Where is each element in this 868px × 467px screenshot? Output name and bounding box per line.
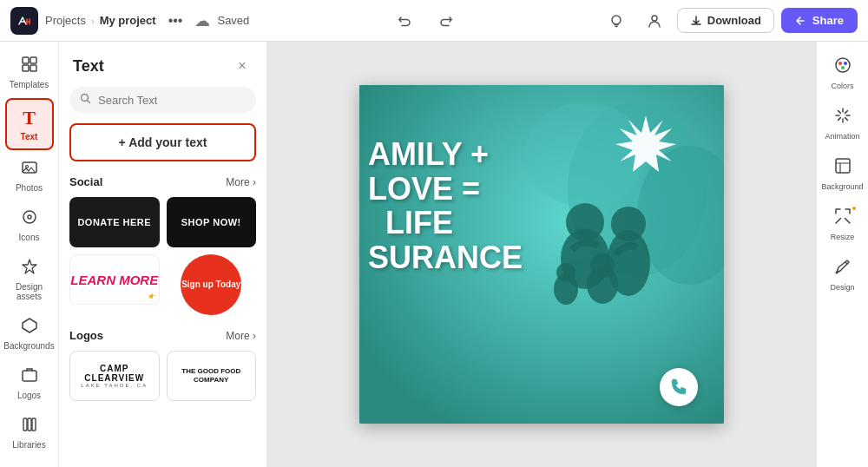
cloud-icon: ☁	[194, 11, 210, 30]
sidebar-label-logos: Logos	[17, 391, 41, 400]
download-button[interactable]: Download	[677, 8, 774, 33]
breadcrumb-separator: ›	[91, 16, 95, 26]
sidebar-item-icons[interactable]: Icons	[5, 201, 54, 249]
colors-label: Colors	[831, 82, 853, 90]
logos-cards-grid: CAMP CLEARVIEW LAKE TAHOE, CA THE GOOD F…	[69, 351, 256, 401]
right-sidebar: Colors Animation Background Resize De	[816, 42, 868, 467]
canvas-text-line4: SURANCE	[368, 240, 523, 275]
photos-icon	[21, 159, 38, 181]
social-section: Social More › DONATE HERE SHOP NOW! LEAR…	[59, 175, 266, 329]
search-container	[59, 83, 266, 123]
sidebar-item-templates[interactable]: Templates	[5, 49, 54, 96]
svg-point-24	[611, 207, 646, 241]
search-box	[69, 87, 256, 113]
learn-text: LEARN MORE	[70, 273, 158, 286]
svg-rect-6	[30, 65, 36, 71]
sidebar-item-text[interactable]: T Text	[5, 98, 54, 150]
add-text-button[interactable]: + Add your text	[69, 123, 256, 161]
resize-badge	[851, 205, 858, 212]
phone-icon	[660, 368, 698, 406]
svg-rect-3	[23, 57, 29, 63]
libraries-icon	[21, 416, 38, 437]
logos-section-title: Logos	[69, 329, 103, 342]
canvas-area[interactable]: AMILY + LOVE = LIFE SURANCE	[267, 42, 816, 467]
background-icon	[833, 156, 852, 180]
svg-rect-4	[30, 57, 36, 63]
canvas-text-line2: LOVE =	[368, 172, 523, 207]
sidebar-label-libraries: Libraries	[12, 440, 45, 450]
social-card-shop[interactable]: SHOP NOW!	[167, 197, 257, 247]
svg-point-31	[844, 62, 847, 65]
sidebar-label-icons: Icons	[19, 233, 40, 242]
social-more-link[interactable]: More ›	[226, 176, 256, 188]
text-panel: Text × + Add your text Social More ›	[59, 42, 267, 467]
undo-button[interactable]	[389, 5, 420, 36]
ideas-button[interactable]	[601, 5, 632, 36]
logo-card-good-food[interactable]: THE GOOD FOOD COMPANY	[167, 351, 257, 401]
social-card-learn[interactable]: LEARN MORE ★	[69, 254, 160, 305]
svg-rect-14	[28, 418, 31, 431]
more-options-button[interactable]: •••	[163, 10, 188, 32]
app-logo[interactable]	[10, 7, 38, 35]
svg-point-8	[25, 166, 28, 168]
canvas-text-overlay: AMILY + LOVE = LIFE SURANCE	[368, 137, 523, 274]
design-label: Design	[830, 283, 854, 292]
icons-icon	[21, 208, 38, 230]
share-label: Share	[812, 14, 844, 27]
sidebar-item-photos[interactable]: Photos	[5, 152, 54, 200]
svg-point-1	[612, 16, 621, 24]
logo-card-camp[interactable]: CAMP CLEARVIEW LAKE TAHOE, CA	[69, 351, 160, 401]
svg-point-29	[836, 58, 850, 72]
sidebar-item-logos[interactable]: Logos	[5, 359, 54, 407]
share-button[interactable]: Share	[781, 8, 858, 33]
svg-point-10	[28, 215, 31, 219]
svg-point-16	[82, 95, 89, 102]
main-area: Templates T Text Photos Icons Design ass…	[0, 42, 868, 467]
right-sidebar-item-resize[interactable]: Resize	[821, 200, 865, 248]
saved-status: Saved	[217, 14, 249, 27]
resize-icon	[833, 207, 852, 230]
search-text-input[interactable]	[98, 94, 246, 107]
animation-icon	[833, 106, 852, 129]
breadcrumb: Projects › My project	[45, 14, 156, 27]
sidebar-label-text: Text	[21, 132, 38, 141]
right-sidebar-item-background[interactable]: Background	[821, 149, 865, 198]
sidebar-label-photos: Photos	[16, 183, 43, 193]
social-card-donate[interactable]: DONATE HERE	[69, 197, 160, 247]
profile-button[interactable]	[639, 5, 670, 36]
social-section-title: Social	[69, 175, 102, 188]
text-panel-close-button[interactable]: ×	[232, 56, 253, 76]
good-food-logo-content: THE GOOD FOOD COMPANY	[174, 367, 249, 385]
sidebar-label-backgrounds: Backgrounds	[3, 341, 54, 351]
topbar-right: Download Share	[601, 5, 858, 36]
right-sidebar-item-animation[interactable]: Animation	[821, 99, 865, 148]
sidebar-item-design-assets[interactable]: Design assets	[5, 251, 54, 308]
social-card-signup[interactable]: Sign up Today	[181, 254, 241, 315]
colors-icon	[833, 56, 852, 79]
right-sidebar-item-colors[interactable]: Colors	[821, 49, 865, 97]
download-label: Download	[707, 14, 761, 27]
text-panel-header: Text ×	[59, 42, 266, 83]
breadcrumb-projects[interactable]: Projects	[45, 14, 86, 27]
text-icon: T	[23, 107, 36, 129]
canvas-text-line3: LIFE	[368, 206, 523, 240]
sidebar-label-design-assets: Design assets	[9, 282, 50, 301]
svg-rect-33	[836, 159, 850, 173]
logos-more-link[interactable]: More ›	[226, 330, 256, 342]
redo-button[interactable]	[431, 5, 462, 36]
svg-rect-13	[23, 418, 27, 431]
donate-text: DONATE HERE	[77, 217, 151, 227]
svg-marker-11	[23, 319, 36, 332]
sidebar-item-backgrounds[interactable]: Backgrounds	[5, 310, 54, 358]
design-icon	[833, 257, 852, 280]
panel-scroll: Social More › DONATE HERE SHOP NOW! LEAR…	[59, 175, 266, 467]
right-sidebar-item-design[interactable]: Design	[821, 250, 865, 299]
logos-icon	[21, 366, 38, 388]
camp-logo-content: CAMP CLEARVIEW LAKE TAHOE, CA	[77, 364, 152, 388]
sidebar-item-libraries[interactable]: Libraries	[5, 409, 54, 457]
background-label: Background	[821, 182, 863, 191]
svg-rect-5	[23, 65, 29, 71]
signup-text: Sign up Today	[181, 280, 240, 290]
design-assets-icon	[21, 258, 38, 280]
canvas[interactable]: AMILY + LOVE = LIFE SURANCE	[359, 85, 724, 424]
